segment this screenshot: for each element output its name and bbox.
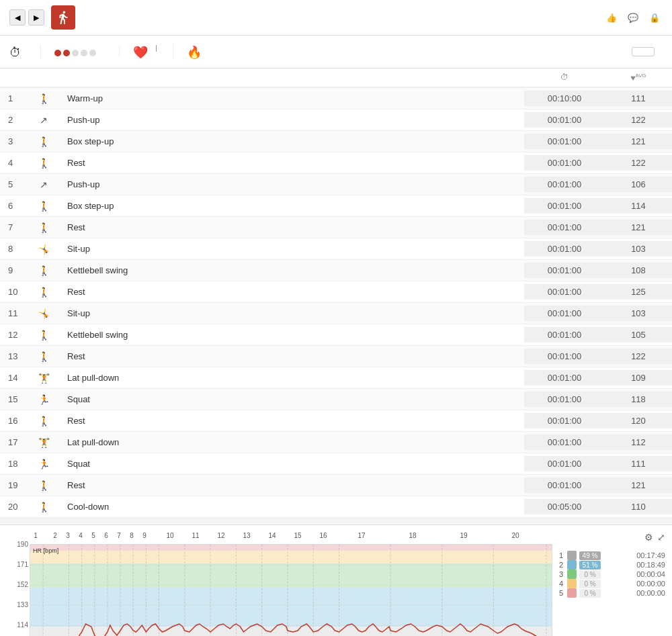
table-row: 18 🏃 Squat 00:01:00 111 [0, 453, 672, 475]
col-name-header [60, 73, 524, 83]
zone-color-swatch [567, 570, 577, 579]
row-num: 13 [0, 351, 27, 361]
zone-bar-2: 2 51 % 00:18:49 [558, 560, 665, 570]
zone-time: 00:00:00 [636, 589, 665, 597]
row-hr: 114 [605, 198, 672, 214]
interval-label: 11 [192, 532, 199, 539]
row-icon: 🤸 [27, 308, 60, 319]
chart-area: 19017115213311495 [7, 544, 552, 636]
table-row: 16 🚶 Rest 00:01:00 120 [0, 410, 672, 432]
row-name: Warm-up [60, 93, 524, 103]
svg-rect-2 [30, 563, 552, 588]
exercise-table-header: ⏱ ♥AVG [0, 69, 672, 88]
row-num: 4 [0, 158, 27, 168]
interval-label: 12 [217, 532, 224, 539]
svg-rect-4 [30, 545, 552, 551]
interval-label: 20 [511, 532, 519, 539]
row-icon: 🚶 [27, 265, 60, 276]
row-icon: 🚶 [27, 416, 60, 426]
interval-label: 6 [104, 532, 108, 539]
header-actions: 👍 💬 🔒 [606, 13, 663, 23]
zone-time: 00:17:49 [636, 551, 665, 559]
basic-training-button[interactable] [632, 47, 655, 56]
likes-action[interactable]: 👍 [606, 13, 620, 23]
row-hr: 108 [605, 263, 672, 278]
table-row: 1 🚶 Warm-up 00:10:00 111 [0, 88, 672, 109]
interval-numbers-row: 1234567891011121314151617181920 [30, 532, 552, 544]
zone-bar-1: 1 49 % 00:17:49 [558, 551, 665, 560]
row-time: 00:01:00 [524, 370, 605, 385]
zone-percent: 51 % [579, 561, 601, 570]
cardio-dots [54, 50, 96, 56]
table-row: 17 🏋 Lat pull-down 00:01:00 112 [0, 432, 672, 453]
row-hr: 122 [605, 155, 672, 171]
chart-controls: ⚙ ⤢ [558, 532, 665, 543]
row-hr: 122 [605, 112, 672, 128]
table-row: 7 🚶 Rest 00:01:00 121 [0, 217, 672, 238]
row-time: 00:01:00 [524, 284, 605, 300]
chart-section: 1234567891011121314151617181920 19017115… [0, 525, 672, 636]
row-num: 12 [0, 330, 27, 340]
row-icon: 🏋 [27, 373, 60, 383]
chart-svg-container: HR [bpm] [30, 544, 552, 636]
row-num: 6 [0, 201, 27, 211]
fullscreen-button[interactable]: ⤢ [657, 532, 665, 543]
row-hr: 121 [605, 478, 672, 493]
row-icon: 🚶 [27, 351, 60, 362]
row-time: 00:01:00 [524, 306, 605, 321]
row-hr: 121 [605, 220, 672, 235]
row-hr: 111 [605, 91, 672, 106]
interval-label: 8 [130, 532, 134, 539]
hr-stat: ❤️ | [133, 44, 173, 60]
row-name: Lat pull-down [60, 373, 524, 383]
row-hr: 105 [605, 327, 672, 343]
interval-label: 4 [79, 532, 83, 539]
zone-percent: 0 % [579, 589, 601, 598]
interval-label: 17 [358, 532, 365, 539]
zone-time: 00:18:49 [636, 561, 665, 569]
row-num: 3 [0, 136, 27, 146]
row-time: 00:01:00 [524, 134, 605, 149]
nav-back-button[interactable]: ◀ [9, 9, 26, 26]
thumbs-up-icon: 👍 [606, 13, 617, 23]
zone-number: 3 [558, 570, 564, 578]
row-num: 8 [0, 244, 27, 254]
privacy-action[interactable]: 🔒 [649, 13, 663, 23]
row-time: 00:01:00 [524, 327, 605, 343]
row-hr: 122 [605, 349, 672, 364]
row-hr: 103 [605, 306, 672, 321]
zone-number: 5 [558, 589, 564, 597]
dot-1 [54, 50, 61, 56]
interval-label: 19 [460, 532, 467, 539]
row-icon: 🏋 [27, 437, 60, 448]
row-time: 00:05:00 [524, 499, 605, 514]
zone-bar-3: 3 0 % 00:00:04 [558, 570, 665, 579]
row-name: Box step-up [60, 136, 524, 146]
row-time: 00:01:00 [524, 349, 605, 364]
row-icon: ↗ [27, 115, 60, 126]
chart-main: 1234567891011121314151617181920 19017115… [7, 532, 552, 636]
zone-color-swatch [567, 560, 577, 570]
row-num: 14 [0, 373, 27, 383]
col-hr-header: ♥AVG [605, 73, 672, 83]
nav-forward-button[interactable]: ▶ [28, 9, 44, 26]
interval-label: 5 [91, 532, 95, 539]
row-num: 2 [0, 115, 27, 125]
dot-5 [89, 50, 96, 56]
row-num: 9 [0, 265, 27, 275]
settings-button[interactable]: ⚙ [644, 532, 653, 543]
zone-bar-4: 4 0 % 00:00:00 [558, 579, 665, 588]
activity-icon [51, 5, 75, 30]
row-time: 00:01:00 [524, 220, 605, 235]
comments-action[interactable]: 💬 [628, 13, 641, 23]
row-name: Push-up [60, 179, 524, 189]
table-row: 4 🚶 Rest 00:01:00 122 [0, 152, 672, 174]
row-icon: 🚶 [27, 502, 60, 512]
table-row: 20 🚶 Cool-down 00:05:00 110 [0, 496, 672, 518]
table-row: 19 🚶 Rest 00:01:00 121 [0, 475, 672, 496]
duration-icon: ⏱ [9, 46, 22, 60]
row-name: Lat pull-down [60, 437, 524, 447]
dot-3 [72, 50, 79, 56]
hr-range: | [153, 44, 159, 52]
y-axis-label: 114 [17, 621, 28, 629]
